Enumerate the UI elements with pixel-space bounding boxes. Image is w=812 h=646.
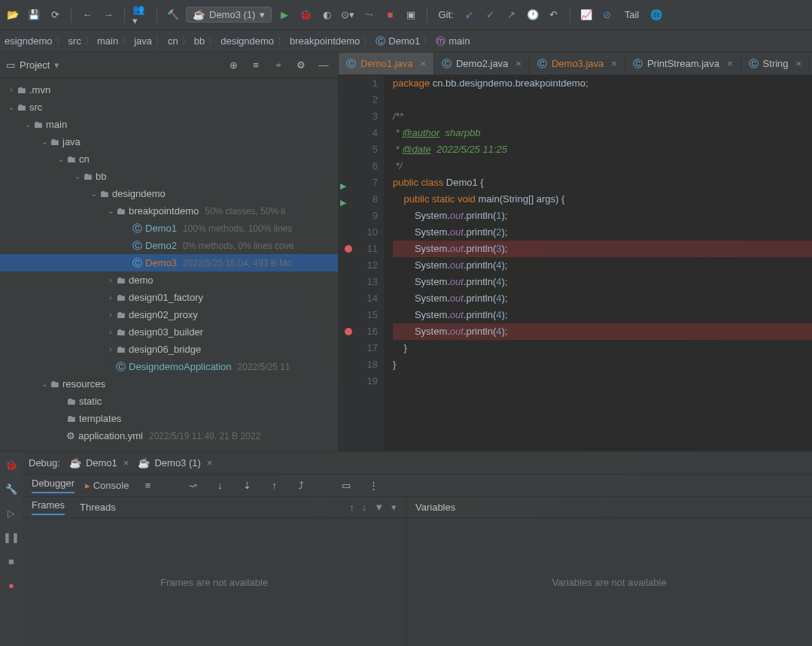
- minimize-icon[interactable]: —: [315, 57, 332, 74]
- tree-item[interactable]: 🖿templates: [0, 410, 338, 427]
- attach-icon[interactable]: ⤳: [360, 7, 377, 23]
- evaluate-icon[interactable]: ▭: [338, 478, 354, 494]
- step-into-icon[interactable]: ↓: [211, 478, 228, 494]
- debug-bug-icon[interactable]: 🐞: [3, 456, 20, 473]
- users-icon[interactable]: 👥▾: [132, 7, 149, 23]
- git-push-icon[interactable]: ↗: [503, 7, 520, 23]
- close-icon[interactable]: ×: [123, 457, 129, 469]
- editor-tab[interactable]: ⒸPrintStream.java×: [625, 53, 741, 74]
- close-icon[interactable]: ×: [207, 457, 213, 469]
- tree-item[interactable]: ›🖿design01_factory: [0, 289, 338, 306]
- run-icon[interactable]: ▶: [276, 7, 293, 23]
- code-line[interactable]: }: [393, 356, 812, 373]
- tree-item[interactable]: ⌄🖿breakpointdemo50% classes, 50% li: [0, 202, 338, 220]
- tree-item[interactable]: ⌄🖿cn: [0, 150, 338, 168]
- run-config-combo[interactable]: ☕ Demo3 (1) ▾: [186, 7, 272, 23]
- editor-tab[interactable]: ⒸDemo1.java×: [339, 53, 434, 74]
- stop-icon[interactable]: ■: [382, 7, 398, 23]
- wrench-icon[interactable]: 🔧: [3, 481, 20, 497]
- debug-session-1[interactable]: ☕Demo1×: [69, 457, 129, 469]
- git-pull-icon[interactable]: ↙: [461, 7, 478, 23]
- breadcrumb-item[interactable]: src: [68, 35, 81, 47]
- tree-item[interactable]: ⌄🖿main: [0, 116, 338, 133]
- breadcrumb-item[interactable]: Ⓒ Demo1: [376, 35, 420, 48]
- code-line[interactable]: System.out.println(4);: [393, 274, 812, 290]
- profile-icon[interactable]: ⊙▾: [339, 7, 356, 23]
- code-line[interactable]: System.out.println(4);: [393, 290, 812, 307]
- code-editor[interactable]: 1234567▶8▶910111213141516171819 package …: [339, 75, 812, 451]
- git-rollback-icon[interactable]: ↶: [546, 7, 562, 23]
- tree-item[interactable]: ⚙application.yml2022/5/19 11:49, 21 B 20…: [0, 427, 338, 444]
- tree-item[interactable]: ›🖿design06_bridge: [0, 341, 338, 358]
- stop-all-icon[interactable]: ▣: [403, 7, 419, 23]
- more-icon[interactable]: ⋮: [365, 478, 382, 494]
- save-icon[interactable]: 💾: [26, 7, 42, 23]
- code-line[interactable]: public class Demo1 {: [393, 174, 812, 191]
- breakpoint-icon[interactable]: ●: [3, 577, 20, 593]
- code-line[interactable]: public static void main(String[] args) {: [393, 191, 812, 208]
- stop-debug-icon[interactable]: ■: [3, 553, 20, 569]
- block-icon[interactable]: ⊘: [599, 7, 616, 23]
- close-icon[interactable]: ×: [727, 58, 733, 69]
- tree-item[interactable]: 🖿static: [0, 393, 338, 410]
- frames-tab[interactable]: Frames: [32, 499, 65, 515]
- breadcrumb-item[interactable]: cn: [168, 35, 178, 47]
- breadcrumb-item[interactable]: breakpointdemo: [290, 35, 360, 47]
- tree-item[interactable]: ⒸDesigndemoApplication2022/5/25 11: [0, 358, 338, 375]
- breadcrumb-item[interactable]: ⓜ main: [436, 35, 470, 48]
- threads-tab[interactable]: Threads: [80, 502, 116, 513]
- pause-icon[interactable]: ❚❚: [3, 529, 20, 545]
- up-icon[interactable]: ↑: [349, 502, 354, 513]
- git-history-icon[interactable]: 🕐: [525, 7, 541, 23]
- tree-item[interactable]: ⌄🖿bb: [0, 168, 338, 185]
- close-icon[interactable]: ×: [796, 58, 802, 69]
- code-line[interactable]: System.out.println(2);: [393, 224, 812, 241]
- close-icon[interactable]: ×: [611, 58, 617, 69]
- code-line[interactable]: System.out.println(4);: [393, 257, 812, 274]
- editor-tab[interactable]: ⒸDemo3.java×: [530, 53, 625, 74]
- resume-icon[interactable]: ▷: [3, 505, 20, 521]
- debug-session-2[interactable]: ☕Demo3 (1)×: [138, 457, 212, 469]
- chevron-down-icon[interactable]: ▾: [54, 59, 59, 71]
- code-line[interactable]: package cn.bb.designdemo.breakpointdemo;: [393, 75, 812, 92]
- close-icon[interactable]: ×: [420, 58, 426, 69]
- gear-icon[interactable]: ⚙: [293, 57, 309, 74]
- breakpoint-marker[interactable]: [345, 245, 352, 253]
- target-icon[interactable]: ⊕: [225, 57, 242, 74]
- filter-icon[interactable]: ▼: [374, 502, 384, 513]
- chart-icon[interactable]: 📈: [578, 7, 595, 23]
- tree-item[interactable]: ⌄🖿designdemo: [0, 185, 338, 202]
- tree-item[interactable]: ›🖿.mvn: [0, 81, 338, 99]
- code-line[interactable]: System.out.println(4);: [393, 323, 812, 340]
- translate-icon[interactable]: 🌐: [648, 7, 665, 23]
- code-line[interactable]: System.out.println(3);: [393, 241, 812, 257]
- debug-icon[interactable]: 🐞: [297, 7, 314, 23]
- project-tree[interactable]: ›🖿.mvn⌄🖿src⌄🖿main⌄🖿java⌄🖿cn⌄🖿bb⌄🖿designd…: [0, 78, 338, 451]
- tree-item[interactable]: ⒸDemo32022/5/25 15:04, 493 B Mo: [0, 254, 338, 271]
- tree-item[interactable]: ›🖿design03_builder: [0, 323, 338, 341]
- breadcrumb-item[interactable]: bb: [194, 35, 205, 47]
- tree-item[interactable]: ›🖿design02_proxy: [0, 306, 338, 323]
- tree-item[interactable]: ⌄🖿resources: [0, 375, 338, 393]
- code-line[interactable]: * @author sharpbb: [393, 125, 812, 141]
- refresh-icon[interactable]: ⟳: [47, 7, 63, 23]
- drop-frame-icon[interactable]: ⤴: [293, 478, 309, 494]
- chevron-down-icon[interactable]: ▾: [391, 502, 397, 513]
- force-step-icon[interactable]: ⇣: [239, 478, 255, 494]
- code-line[interactable]: */: [393, 158, 812, 174]
- code-line[interactable]: [393, 373, 812, 390]
- run-gutter-icon[interactable]: ▶: [340, 177, 346, 194]
- breakpoint-marker[interactable]: [345, 328, 352, 335]
- console-tab[interactable]: ▸ Console: [85, 480, 129, 491]
- tree-item[interactable]: ⌄🖿java: [0, 133, 338, 150]
- close-icon[interactable]: ×: [515, 58, 522, 69]
- expand-icon[interactable]: ≡: [248, 57, 264, 74]
- hammer-icon[interactable]: 🔨: [165, 7, 181, 23]
- step-over-icon[interactable]: ⤻: [184, 478, 201, 494]
- code-line[interactable]: * @date 2022/5/25 11:25: [393, 141, 812, 158]
- tree-item[interactable]: ›🖿demo: [0, 271, 338, 289]
- forward-icon[interactable]: →: [100, 7, 117, 23]
- back-icon[interactable]: ←: [79, 7, 96, 23]
- git-commit-icon[interactable]: ✓: [482, 7, 499, 23]
- code-line[interactable]: /**: [393, 108, 812, 125]
